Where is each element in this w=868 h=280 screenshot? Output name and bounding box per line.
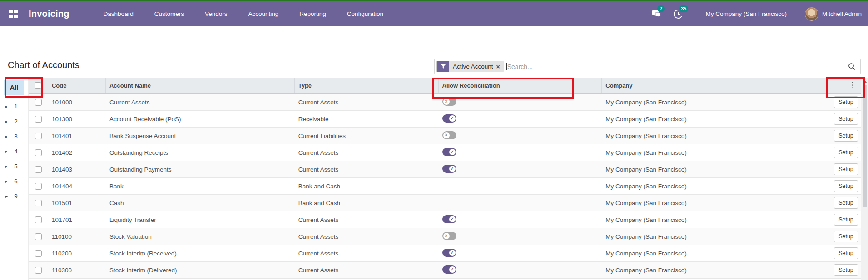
cell-code: 101300 (48, 116, 106, 123)
app-brand[interactable]: Invoicing (29, 9, 69, 19)
sidebar-group-6[interactable]: ▸6 (0, 174, 28, 189)
group-label: 3 (12, 133, 20, 140)
control-panel: Chart of Accounts Create Active Account … (0, 26, 868, 78)
search-icon[interactable] (848, 63, 856, 70)
table-row[interactable]: 101000 Current Assets Current Assets × M… (29, 94, 861, 111)
select-all-checkbox[interactable] (35, 82, 41, 89)
cell-account-name: Outstanding Payments (106, 166, 295, 173)
cell-account-name: Current Assets (106, 99, 295, 106)
column-header-allow-reconciliation[interactable]: Allow Reconciliation (439, 78, 602, 93)
caret-right-icon: ▸ (5, 164, 12, 169)
cell-account-name: Stock Interim (Received) (106, 250, 295, 257)
row-checkbox[interactable] (35, 267, 42, 274)
row-checkbox[interactable] (35, 200, 42, 206)
setup-button[interactable]: Setup (834, 197, 858, 209)
table-row[interactable]: 101401 Bank Suspense Account Current Lia… (29, 128, 861, 144)
search-input[interactable]: Search... (507, 63, 848, 70)
row-checkbox[interactable] (35, 133, 42, 139)
allow-reconciliation-toggle[interactable]: ✓ (442, 165, 456, 173)
row-checkbox[interactable] (35, 183, 42, 190)
table-row[interactable]: 101501 Cash Bank and Cash My Company (Sa… (29, 195, 861, 211)
row-checkbox[interactable] (35, 216, 42, 223)
column-header-code[interactable]: Code (48, 78, 106, 93)
cell-account-name: Outstanding Receipts (106, 149, 295, 156)
setup-button[interactable]: Setup (834, 231, 858, 242)
cell-type: Current Assets (295, 166, 439, 173)
row-checkbox[interactable] (35, 233, 42, 240)
table-row[interactable]: 110100 Stock Valuation Current Assets × … (29, 228, 861, 245)
cell-type: Current Assets (295, 216, 439, 223)
cell-code: 110300 (48, 267, 106, 274)
row-checkbox[interactable] (35, 116, 42, 123)
sidebar-group-9[interactable]: ▸9 (0, 189, 28, 204)
sidebar-group-2[interactable]: ▸2 (0, 114, 28, 129)
allow-reconciliation-toggle[interactable]: × (442, 131, 456, 139)
sidebar-group-4[interactable]: ▸4 (0, 144, 28, 159)
nav-item-vendors[interactable]: Vendors (194, 6, 238, 22)
sidebar-group-1[interactable]: ▸1 (0, 99, 28, 114)
activities-menu[interactable]: 35 (674, 10, 683, 19)
setup-button[interactable]: Setup (834, 264, 858, 276)
nav-item-configuration[interactable]: Configuration (337, 6, 394, 22)
sidebar-group-list: ▸1▸2▸3▸4▸5▸6▸9 (0, 99, 28, 204)
table-row[interactable]: 101403 Outstanding Payments Current Asse… (29, 161, 861, 178)
setup-button[interactable]: Setup (834, 113, 858, 125)
allow-reconciliation-toggle[interactable]: ✓ (442, 114, 456, 123)
toggle-knob: ✓ (449, 166, 456, 172)
facet-remove-icon[interactable]: × (496, 63, 500, 70)
top-navbar: Invoicing DashboardCustomersVendorsAccou… (0, 1, 868, 26)
allow-reconciliation-toggle[interactable]: ✓ (442, 215, 456, 223)
apps-menu-icon[interactable] (9, 10, 18, 18)
cell-account-name: Liquidity Transfer (106, 216, 295, 223)
setup-button[interactable]: Setup (834, 214, 858, 226)
row-checkbox[interactable] (35, 166, 42, 173)
row-checkbox[interactable] (35, 149, 42, 156)
allow-reconciliation-toggle[interactable]: × (442, 232, 456, 240)
cell-code: 101402 (48, 149, 106, 156)
setup-button[interactable]: Setup (834, 247, 858, 259)
table-row[interactable]: 101402 Outstanding Receipts Current Asse… (29, 144, 861, 161)
row-checkbox[interactable] (35, 99, 42, 106)
caret-right-icon: ▸ (5, 119, 12, 124)
setup-button[interactable]: Setup (834, 130, 858, 142)
table-row[interactable]: 110300 Stock Interim (Delivered) Current… (29, 262, 861, 279)
table-row[interactable]: 101701 Liquidity Transfer Current Assets… (29, 211, 861, 228)
nav-item-dashboard[interactable]: Dashboard (93, 6, 144, 22)
cell-company: My Company (San Francisco) (602, 233, 803, 240)
user-menu[interactable]: Mitchell Admin (805, 7, 862, 21)
cell-company: My Company (San Francisco) (602, 216, 803, 223)
column-header-company[interactable]: Company (602, 78, 803, 93)
company-switcher[interactable]: My Company (San Francisco) (705, 10, 787, 17)
table-row[interactable]: 101300 Account Receivable (PoS) Receivab… (29, 111, 861, 128)
sidebar-group-5[interactable]: ▸5 (0, 159, 28, 174)
allow-reconciliation-toggle[interactable]: ✓ (442, 249, 456, 257)
allow-reconciliation-toggle[interactable]: ✓ (442, 265, 456, 274)
cell-type: Receivable (295, 116, 439, 123)
scrollbar-up-arrow[interactable] (863, 80, 867, 83)
sidebar-group-3[interactable]: ▸3 (0, 129, 28, 144)
optional-columns-icon[interactable] (852, 82, 853, 88)
sidebar-item-all[interactable]: All (4, 80, 24, 95)
vertical-scrollbar[interactable] (861, 78, 868, 280)
setup-button[interactable]: Setup (834, 96, 858, 108)
table-row[interactable]: 110200 Stock Interim (Received) Current … (29, 245, 861, 262)
cell-type: Current Assets (295, 149, 439, 156)
allow-reconciliation-toggle[interactable]: ✓ (442, 148, 456, 156)
row-checkbox[interactable] (35, 250, 42, 257)
nav-item-reporting[interactable]: Reporting (289, 6, 337, 22)
setup-button[interactable]: Setup (834, 163, 858, 175)
toggle-knob: ✓ (449, 266, 456, 273)
messages-menu[interactable]: 7 (652, 10, 662, 18)
search-bar[interactable]: Active Account × Search... (434, 59, 861, 74)
allow-reconciliation-toggle[interactable]: × (442, 98, 456, 106)
cell-account-name: Bank (106, 183, 295, 190)
nav-item-customers[interactable]: Customers (144, 6, 194, 22)
column-header-account-name[interactable]: Account Name (106, 78, 295, 93)
setup-button[interactable]: Setup (834, 147, 858, 158)
column-header-type[interactable]: Type (295, 78, 439, 93)
scrollbar-thumb[interactable] (863, 85, 867, 207)
table-row[interactable]: 101404 Bank Bank and Cash My Company (Sa… (29, 178, 861, 195)
setup-button[interactable]: Setup (834, 180, 858, 192)
nav-item-accounting[interactable]: Accounting (238, 6, 289, 22)
cell-account-name: Cash (106, 200, 295, 206)
